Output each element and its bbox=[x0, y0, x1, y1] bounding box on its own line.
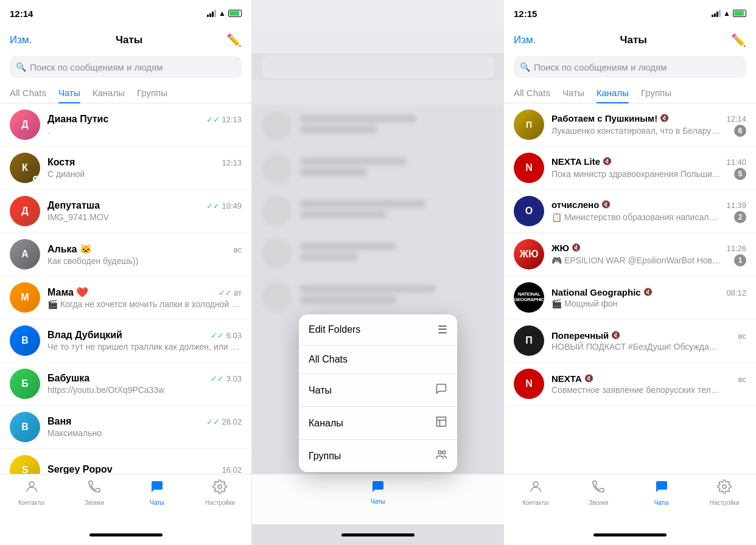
left-nav-contacts[interactable]: Контакты bbox=[0, 479, 63, 506]
right-nav-calls[interactable]: Звонки bbox=[567, 479, 631, 506]
chat-info: Sergey Popov 16.02 bbox=[47, 464, 242, 474]
right-search-bar[interactable]: 🔍 Поиск по сообщениям и людям bbox=[514, 56, 746, 78]
unread-badge: 1 bbox=[734, 254, 746, 266]
left-search-placeholder: Поиск по сообщениям и людям bbox=[30, 62, 163, 72]
right-channel-item[interactable]: N NEXTA 🔇 вс Совместное заявление белору… bbox=[504, 363, 756, 406]
menu-item-gruppy[interactable]: Группы bbox=[299, 440, 457, 472]
svg-point-2 bbox=[438, 451, 441, 454]
chat-time: ✓✓ 6.03 bbox=[211, 331, 242, 340]
channel-name: Работаем с Пушкиным! 🔇 bbox=[551, 113, 669, 123]
right-tab-chats[interactable]: Чаты bbox=[562, 83, 584, 103]
right-channel-item[interactable]: П Поперечный 🔇 вс НОВЫЙ ПОДКАСТ #БезДуши… bbox=[504, 319, 756, 363]
menu-item-chaty[interactable]: Чаты bbox=[299, 374, 457, 407]
middle-nav-chats[interactable]: Чаты bbox=[371, 479, 385, 505]
chat-time: ✓✓ 12:13 bbox=[206, 115, 242, 124]
context-menu: Edit Folders ☰ All Chats Чаты Каналы Гру… bbox=[299, 314, 457, 472]
menu-item-all-chats[interactable]: All Chats bbox=[299, 345, 457, 374]
left-chat-item[interactable]: В Ваня ✓✓ 28.02 Максимально bbox=[0, 406, 251, 449]
avatar: Д bbox=[10, 196, 40, 226]
right-contacts-icon bbox=[528, 479, 543, 498]
menu-chaty-label: Чаты bbox=[309, 385, 332, 396]
svg-point-4 bbox=[533, 482, 538, 487]
right-search-placeholder: Поиск по сообщениям и людям bbox=[534, 62, 667, 72]
left-tab-channels[interactable]: Каналы bbox=[93, 83, 125, 103]
chat-preview: Максимально bbox=[47, 428, 242, 438]
right-tab-channels[interactable]: Каналы bbox=[597, 83, 629, 103]
left-search-bar[interactable]: 🔍 Поиск по сообщениям и людям bbox=[10, 56, 242, 78]
left-nav-calls-label: Звонки bbox=[85, 499, 104, 506]
left-nav-chats-label: Чаты bbox=[150, 499, 164, 506]
channel-preview: Совместное заявление белорусских телегра… bbox=[551, 385, 722, 395]
avatar: А bbox=[10, 239, 40, 269]
right-status-icons: ▲ bbox=[712, 9, 746, 18]
left-tab-groups[interactable]: Группы bbox=[137, 83, 167, 103]
channel-info: NEXTA Lite 🔇 11:40 Пока министр здравоох… bbox=[551, 156, 746, 180]
left-chat-item[interactable]: Д Депутатша ✓✓ 10:49 IMG_9741.MOV bbox=[0, 190, 251, 233]
menu-item-kanaly[interactable]: Каналы bbox=[299, 407, 457, 440]
chat-name: Бабушка bbox=[47, 373, 89, 384]
menu-all-chats-label: All Chats bbox=[309, 354, 348, 365]
left-tab-chats[interactable]: Чаты bbox=[58, 83, 80, 103]
channel-info: Работаем с Пушкиным! 🔇 12:14 Лукашенко к… bbox=[551, 113, 746, 137]
left-nav-settings-label: Настройки bbox=[205, 499, 235, 506]
chat-time: ✓✓ 28.02 bbox=[206, 417, 242, 426]
channel-time: 11:26 bbox=[726, 244, 746, 253]
chat-time: 16.02 bbox=[222, 465, 242, 474]
right-status-bar: 12:15 ▲ bbox=[504, 0, 756, 27]
right-channel-item[interactable]: П Работаем с Пушкиным! 🔇 12:14 Лукашенко… bbox=[504, 103, 756, 147]
signal-bars-icon bbox=[207, 10, 216, 17]
channel-name: ЖЮ 🔇 bbox=[551, 243, 581, 253]
left-header: Изм. Чаты ✏️ bbox=[0, 27, 251, 54]
left-chat-item[interactable]: К Костя 12:13 С дианой bbox=[0, 147, 251, 190]
channel-info: National Geographic 🔇 08:12 🎬 Мощный фон bbox=[551, 287, 746, 308]
menu-item-edit-folders[interactable]: Edit Folders ☰ bbox=[299, 314, 457, 345]
left-tab-allchats[interactable]: All Chats bbox=[10, 83, 46, 103]
channel-time: 11:40 bbox=[726, 158, 746, 167]
avatar: Б bbox=[10, 369, 40, 399]
channel-avatar: П bbox=[514, 325, 544, 356]
left-compose-button[interactable]: ✏️ bbox=[226, 33, 242, 47]
left-chat-item[interactable]: Б Бабушка ✓✓ 3.03 https://youtu.be/OtXq9… bbox=[0, 363, 251, 406]
wifi-icon: ▲ bbox=[219, 9, 226, 18]
middle-nav-chats-label: Чаты bbox=[371, 498, 385, 505]
right-nav-contacts-label: Контакты bbox=[522, 499, 548, 506]
unread-badge: 5 bbox=[734, 168, 746, 180]
channel-time: вс bbox=[738, 375, 746, 384]
right-bottom-nav: Контакты Звонки Чаты Настройки bbox=[504, 474, 756, 524]
right-home-indicator bbox=[504, 524, 756, 545]
left-chat-item[interactable]: В Влад Дубицкий ✓✓ 6.03 Че то тут не при… bbox=[0, 319, 251, 363]
chat-preview: С дианой bbox=[47, 169, 242, 179]
right-tab-groups[interactable]: Группы bbox=[641, 83, 671, 103]
right-panel: 12:15 ▲ Изм. Чаты ✏️ 🔍 Поиск по сообщени… bbox=[504, 0, 756, 545]
left-chat-item[interactable]: S Sergey Popov 16.02 bbox=[0, 449, 251, 474]
left-nav-settings[interactable]: Настройки bbox=[189, 479, 251, 506]
right-tab-allchats[interactable]: All Chats bbox=[514, 83, 550, 103]
right-nav-settings[interactable]: Настройки bbox=[693, 479, 757, 506]
right-edit-button[interactable]: Изм. bbox=[514, 34, 536, 46]
right-nav-chats[interactable]: Чаты bbox=[630, 479, 693, 506]
channel-preview: НОВЫЙ ПОДКАСТ #БезДуши! Обсуждаем с Юрой… bbox=[551, 342, 722, 352]
left-edit-button[interactable]: Изм. bbox=[10, 34, 32, 46]
right-channel-item[interactable]: NATIONALGEOGRAPHIC National Geographic 🔇… bbox=[504, 276, 756, 319]
channel-preview: Лукашенко констатировал, что в Беларуси … bbox=[551, 126, 722, 136]
left-chat-item[interactable]: А Алька 🐱 вс Как свободен будешь)) bbox=[0, 233, 251, 276]
right-compose-button[interactable]: ✏️ bbox=[731, 33, 746, 47]
left-nav-chats[interactable]: Чаты bbox=[126, 479, 189, 506]
middle-home-indicator bbox=[341, 524, 415, 545]
right-channel-item[interactable]: ЖЮ ЖЮ 🔇 11:26 🎮 EPSILION WAR @EpsilionWa… bbox=[504, 233, 756, 276]
left-chat-item[interactable]: М Мама ❤️ ✓✓ вт 🎬 Когда не хочется мочит… bbox=[0, 276, 251, 319]
right-channel-item[interactable]: О отчислено 🔇 11:39 📋 Министерство образ… bbox=[504, 190, 756, 233]
chat-preview: 🎬 Когда не хочется мочить лапки в холодн… bbox=[47, 299, 242, 309]
chat-info: Алька 🐱 вс Как свободен будешь)) bbox=[47, 243, 242, 266]
menu-edit-folders-label: Edit Folders bbox=[309, 324, 360, 335]
chat-info: Депутатша ✓✓ 10:49 IMG_9741.MOV bbox=[47, 200, 242, 222]
left-nav-calls[interactable]: Звонки bbox=[63, 479, 125, 506]
unread-badge: 6 bbox=[734, 125, 746, 137]
right-header-title: Чаты bbox=[620, 34, 647, 46]
svg-point-1 bbox=[218, 485, 222, 488]
right-header: Изм. Чаты ✏️ bbox=[504, 27, 756, 54]
right-nav-contacts[interactable]: Контакты bbox=[504, 479, 567, 506]
right-channel-item[interactable]: N NEXTA Lite 🔇 11:40 Пока министр здраво… bbox=[504, 147, 756, 190]
avatar: В bbox=[10, 325, 40, 356]
left-chat-item[interactable]: Д Диана Путис ✓✓ 12:13 . bbox=[0, 103, 251, 147]
